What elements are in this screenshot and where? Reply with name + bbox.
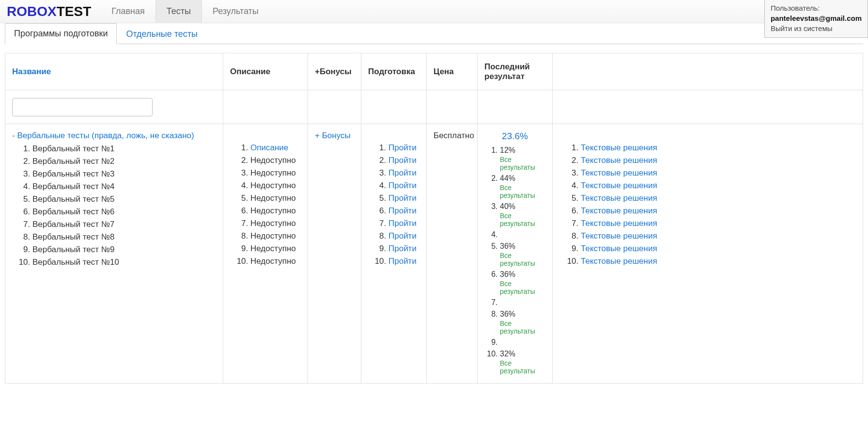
list-item: 36%Все результаты [500,241,545,269]
list-item: Вербальный тест №1 [32,143,216,155]
header-bonus: +Бонусы [308,53,361,90]
take-test-link[interactable]: Пройти [388,231,417,241]
subtab-programs[interactable]: Программы подготовки [5,23,117,44]
list-item: Пройти [388,154,419,167]
all-results-link[interactable]: Все результаты [500,252,545,267]
solution-link[interactable]: Текстовые решения [581,168,657,177]
list-item: Недоступно [250,179,301,192]
user-email: panteleevstas@gmail.com [771,13,862,23]
user-label: Пользователь: [771,3,862,13]
solution-link[interactable]: Текстовые решения [581,181,657,190]
result-pct: 36% [500,270,515,278]
logo[interactable]: ROBOXTEST [0,4,101,19]
list-item: Пройти [388,242,419,255]
list-item: Вербальный тест №3 [32,168,216,180]
list-item: Текстовые решения [581,192,856,205]
list-item: Текстовые решения [581,179,856,192]
take-test-link[interactable]: Пройти [388,168,417,177]
list-item [500,337,545,348]
cell-desc: ОписаниеНедоступноНедоступноНедоступноНе… [223,124,308,384]
tests-grid: Название Описание +Бонусы Подготовка Цен… [5,53,863,384]
list-item: Вербальный тест №10 [32,256,216,269]
all-results-link[interactable]: Все результаты [500,184,545,199]
all-results-link[interactable]: Все результаты [500,359,545,375]
nav-main[interactable]: Главная [101,0,155,23]
header-name[interactable]: Название [5,53,223,90]
header-prep: Подготовка [361,53,427,90]
list-item: Описание [250,142,301,154]
result-pct: 40% [500,202,515,210]
nav-tests[interactable]: Тесты [155,0,202,23]
solution-link[interactable]: Текстовые решения [581,156,657,165]
list-item: Вербальный тест №2 [32,155,216,168]
nav-results[interactable]: Результаты [202,0,269,23]
all-results-link[interactable]: Все результаты [500,212,545,227]
take-test-link[interactable]: Пройти [388,156,417,165]
desc-list: ОписаниеНедоступноНедоступноНедоступноНе… [230,142,301,268]
all-results-link[interactable]: Все результаты [500,320,545,335]
bonus-link[interactable]: + Бонусы [315,131,351,140]
take-test-link[interactable]: Пройти [388,206,417,215]
take-test-link[interactable]: Пройти [388,219,417,228]
result-pct: 36% [500,242,515,250]
list-item: Пройти [388,167,419,179]
list-item [500,229,545,241]
solution-link[interactable]: Текстовые решения [581,143,657,152]
list-item: 36%Все результаты [500,308,545,337]
header-lastres: Последний результат [478,53,553,90]
result-pct: 12% [500,146,515,154]
list-item: Текстовые решения [581,142,856,154]
list-item: Недоступно [250,154,301,167]
list-item: Текстовые решения [581,205,856,217]
filter-name-cell [5,90,223,124]
logo-part1: ROBOX [7,4,57,19]
solution-link[interactable]: Текстовые решения [581,206,657,215]
table-row: - Вербальные тесты (правда, ложь, не ска… [5,124,863,384]
take-test-link[interactable]: Пройти [388,257,417,266]
take-test-link[interactable]: Пройти [388,244,417,253]
list-item: Вербальный тест №9 [32,243,216,256]
solution-link[interactable]: Текстовые решения [581,244,657,253]
list-item: Недоступно [250,242,301,255]
list-item: Недоступно [250,255,301,268]
logout-link[interactable]: Выйти из системы [771,23,862,33]
list-item: Недоступно [250,205,301,217]
solutions-list: Текстовые решенияТекстовые решенияТексто… [559,142,856,268]
solution-link[interactable]: Текстовые решения [581,219,657,228]
list-item: 44%Все результаты [500,173,545,201]
list-item: Пройти [388,205,419,217]
list-item: Недоступно [250,192,301,205]
tests-list: Вербальный тест №1Вербальный тест №2Верб… [12,143,216,269]
subtabs-bar: Программы подготовки Отдельные тесты [0,23,868,44]
take-test-link[interactable]: Пройти [388,143,417,152]
list-item: 40%Все результаты [500,201,545,229]
subtab-single[interactable]: Отдельные тесты [117,24,207,44]
list-item: Пройти [388,217,419,230]
desc-link[interactable]: Описание [250,143,288,152]
list-item [500,297,545,308]
prep-list: ПройтиПройтиПройтиПройтиПройтиПройтиПрой… [368,142,419,268]
solution-link[interactable]: Текстовые решения [581,193,657,203]
group-toggle[interactable]: - Вербальные тесты (правда, ложь, не ска… [12,131,216,141]
take-test-link[interactable]: Пройти [388,181,417,190]
header-empty [553,53,863,90]
list-item: Пройти [388,142,419,154]
solution-link[interactable]: Текстовые решения [581,231,657,241]
cell-result: 23.6% 12%Все результаты44%Все результаты… [478,124,553,384]
cell-name: - Вербальные тесты (правда, ложь, не ска… [5,124,223,384]
all-results-link[interactable]: Все результаты [500,156,545,171]
list-item: Пройти [388,192,419,205]
name-filter-input[interactable] [12,98,153,116]
list-item: Текстовые решения [581,167,856,179]
list-item: 12%Все результаты [500,144,545,173]
all-results-link[interactable]: Все результаты [500,280,545,295]
header-desc: Описание [223,53,308,90]
overall-result[interactable]: 23.6% [484,131,545,142]
list-item: Недоступно [250,230,301,242]
filter-row [5,90,863,124]
list-item: Вербальный тест №4 [32,180,216,193]
solution-link[interactable]: Текстовые решения [581,257,657,266]
take-test-link[interactable]: Пройти [388,193,417,203]
cell-bonus: + Бонусы [308,124,361,384]
list-item: Пройти [388,179,419,192]
